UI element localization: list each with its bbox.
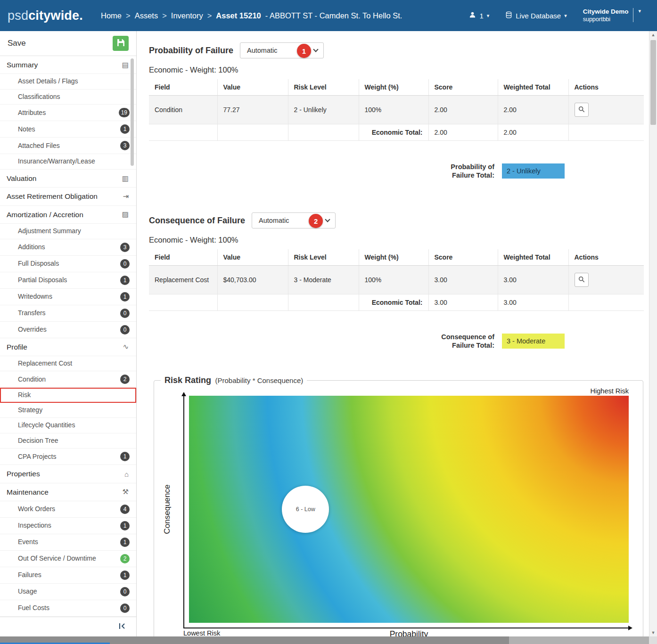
sidebar-item-classifications[interactable]: Classifications bbox=[0, 90, 136, 105]
count-badge: 2 bbox=[120, 375, 130, 384]
vertical-scrollbar-thumb[interactable] bbox=[650, 40, 656, 125]
sidebar-item-label: Profile bbox=[7, 342, 119, 351]
sidebar-item-label: Properties bbox=[7, 469, 121, 478]
cell-weighted-total: 2.00 bbox=[498, 96, 568, 124]
vertical-scrollbar[interactable]: ▲ ▼ bbox=[649, 31, 657, 636]
chevron-down-icon bbox=[325, 217, 330, 222]
sidebar-item-failures[interactable]: Failures1 bbox=[0, 567, 136, 584]
cof-row-detail-button[interactable] bbox=[575, 273, 589, 287]
sidebar-item-notes[interactable]: Notes1 bbox=[0, 121, 136, 138]
profile-icon: ∿ bbox=[123, 342, 129, 351]
column-header: Field bbox=[149, 249, 217, 266]
sidebar-item-lifecycle-quantities[interactable]: Lifecycle Quantities bbox=[0, 418, 136, 433]
sidebar-item-label: Inspections bbox=[7, 522, 116, 530]
cof-table-header-row: Field Value Risk Level Weight (%) Score … bbox=[149, 249, 644, 266]
sidebar-item-label: Work Orders bbox=[7, 505, 116, 514]
sidebar-section-maintenance[interactable]: Maintenance⚒ bbox=[0, 483, 136, 501]
sidebar-item-adjustment-summary[interactable]: Adjustment Summary bbox=[0, 224, 136, 239]
sidebar-item-writedowns[interactable]: Writedowns1 bbox=[0, 289, 136, 305]
account-menu[interactable]: Citywide Demo supportbbi ▾ bbox=[583, 8, 641, 24]
sidebar-item-cpa-projects[interactable]: CPA Projects1 bbox=[0, 448, 136, 465]
sidebar-item-transfers[interactable]: Transfers0 bbox=[0, 305, 136, 322]
sidebar-section-properties[interactable]: Properties⌂ bbox=[0, 465, 136, 483]
sidebar-section-summary[interactable]: Summary▤ bbox=[0, 56, 136, 74]
retirement-icon: ⇥ bbox=[123, 192, 129, 201]
app-logo[interactable]: psdcitywide. bbox=[8, 8, 83, 23]
sidebar-item-replacement-cost[interactable]: Replacement Cost bbox=[0, 356, 136, 372]
cof-mode-dropdown[interactable]: Automatic 2 bbox=[252, 212, 336, 228]
breadcrumb-current-description: - ABBOTT ST - Camden St. To Hello St. bbox=[265, 11, 402, 20]
pof-mode-dropdown[interactable]: Automatic 1 bbox=[240, 42, 324, 58]
collapse-left-icon bbox=[118, 624, 126, 631]
count-badge: 1 bbox=[120, 452, 130, 461]
sidebar-item-events[interactable]: Events1 bbox=[0, 534, 136, 551]
sidebar-item-label: Failures bbox=[7, 571, 116, 579]
sidebar-item-strategy[interactable]: Strategy bbox=[0, 403, 136, 418]
cell-risk-level: 2 - Unlikely bbox=[288, 96, 359, 124]
cell-value: 77.27 bbox=[217, 96, 288, 124]
sidebar-item-full-disposals[interactable]: Full Disposals0 bbox=[0, 256, 136, 272]
sidebar-item-label: Classifications bbox=[7, 93, 130, 101]
x-axis bbox=[183, 628, 631, 628]
sidebar-item-attached-files[interactable]: Attached Files3 bbox=[0, 138, 136, 154]
breadcrumb: Home > Assets > Inventory > Asset 15210 … bbox=[101, 11, 402, 20]
magnifier-icon bbox=[578, 276, 585, 284]
economic-total-score: 2.00 bbox=[428, 124, 498, 141]
sidebar-item-risk[interactable]: Risk bbox=[0, 388, 136, 403]
user-menu[interactable]: 1 ▾ bbox=[469, 11, 489, 20]
count-badge: 1 bbox=[120, 292, 130, 302]
sidebar-item-inspections[interactable]: Inspections1 bbox=[0, 518, 136, 534]
sidebar-item-asset-details-flags[interactable]: Asset Details / Flags bbox=[0, 74, 136, 90]
sidebar-section-profile[interactable]: Profile∿ bbox=[0, 338, 136, 356]
caret-down-icon: ▾ bbox=[638, 8, 641, 14]
sidebar-item-label: Replacement Cost bbox=[7, 359, 130, 368]
valuation-icon: ▥ bbox=[122, 174, 129, 183]
pof-row-detail-button[interactable] bbox=[575, 103, 589, 117]
economic-total-label: Economic Total: bbox=[359, 294, 428, 311]
account-name: Citywide Demo bbox=[583, 8, 629, 16]
sidebar-item-partial-disposals[interactable]: Partial Disposals1 bbox=[0, 272, 136, 289]
sidebar-item-out-of-service-downtime[interactable]: Out Of Service / Downtime2 bbox=[0, 551, 136, 567]
save-button[interactable] bbox=[113, 36, 129, 51]
account-divider bbox=[633, 8, 633, 22]
sidebar-item-fuel-costs[interactable]: Fuel Costs0 bbox=[0, 600, 136, 617]
account-text: Citywide Demo supportbbi bbox=[583, 8, 629, 24]
breadcrumb-assets[interactable]: Assets bbox=[135, 11, 158, 20]
caret-down-icon: ▾ bbox=[564, 13, 567, 19]
breadcrumb-home[interactable]: Home bbox=[101, 11, 122, 20]
breadcrumb-inventory[interactable]: Inventory bbox=[171, 11, 203, 20]
logo-prefix: psd bbox=[8, 8, 28, 23]
sidebar-section-amortization-accretion[interactable]: Amortization / Accretion▨ bbox=[0, 206, 136, 224]
sidebar-item-condition[interactable]: Condition2 bbox=[0, 371, 136, 388]
economic-total-label: Economic Total: bbox=[359, 124, 428, 141]
sidebar-item-label: Strategy bbox=[7, 406, 130, 415]
caret-down-icon: ▾ bbox=[487, 13, 490, 19]
collapse-sidebar-button[interactable] bbox=[117, 621, 127, 632]
sidebar-item-overrides[interactable]: Overrides0 bbox=[0, 322, 136, 338]
sidebar-item-usage[interactable]: Usage0 bbox=[0, 584, 136, 600]
maintenance-icon: ⚒ bbox=[123, 488, 129, 496]
sidebar-item-label: Attached Files bbox=[7, 142, 116, 150]
sidebar-section-valuation[interactable]: Valuation▥ bbox=[0, 170, 136, 187]
database-menu[interactable]: Live Database ▾ bbox=[505, 11, 567, 20]
scroll-up-arrow[interactable]: ▲ bbox=[649, 31, 657, 39]
sidebar-item-decision-tree[interactable]: Decision Tree bbox=[0, 433, 136, 449]
sidebar-item-insurance-warranty-lease[interactable]: Insurance/Warranty/Lease bbox=[0, 154, 136, 170]
scrollbar-corner bbox=[649, 636, 657, 644]
sidebar-section-asset-retirement-obligation[interactable]: Asset Retirement Obligation⇥ bbox=[0, 187, 136, 205]
sidebar-item-label: Events bbox=[7, 538, 116, 546]
sidebar-item-additions[interactable]: Additions3 bbox=[0, 239, 136, 256]
scroll-down-arrow[interactable]: ▼ bbox=[649, 629, 657, 636]
sidebar-item-attributes[interactable]: Attributes19 bbox=[0, 105, 136, 121]
x-axis-label: Probability bbox=[390, 629, 428, 637]
sidebar-scrollbar-thumb[interactable] bbox=[131, 58, 134, 166]
risk-point-label: 6 - Low bbox=[296, 506, 315, 513]
cell-field: Replacement Cost bbox=[149, 266, 217, 294]
database-icon bbox=[505, 11, 512, 20]
sidebar-item-label: Partial Disposals bbox=[7, 276, 116, 285]
highest-risk-label: Highest Risk bbox=[160, 387, 629, 395]
sidebar-item-label: Insurance/Warranty/Lease bbox=[7, 157, 130, 166]
database-label: Live Database bbox=[516, 12, 561, 20]
sidebar-item-work-orders[interactable]: Work Orders4 bbox=[0, 501, 136, 518]
horizontal-scrollbar[interactable] bbox=[0, 636, 649, 644]
